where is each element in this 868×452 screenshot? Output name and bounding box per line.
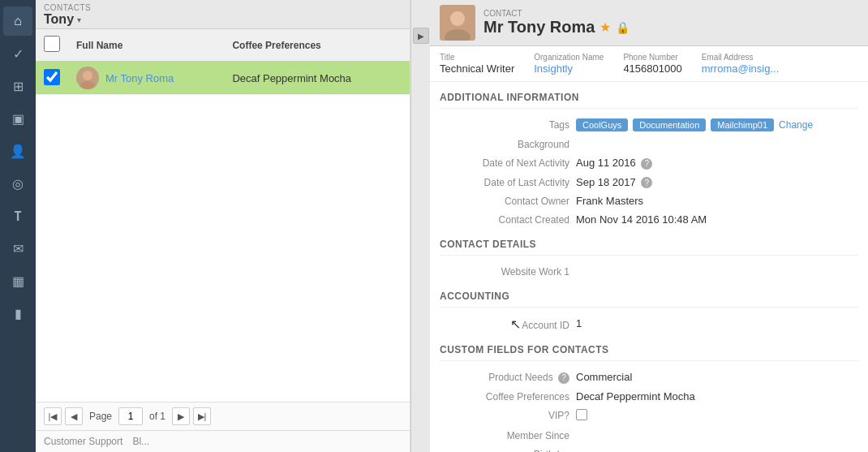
lock-icon: 🔒 bbox=[616, 21, 630, 34]
detail-header-info: CONTACT Mr Tony Roma ★ 🔒 bbox=[483, 9, 630, 37]
avatar-image bbox=[76, 67, 99, 89]
product-needs-label: Product Needs ? bbox=[440, 371, 569, 384]
nav-tasks[interactable]: ✓ bbox=[3, 39, 32, 68]
contact-name: Mr Tony Roma bbox=[483, 18, 595, 37]
vip-checkbox-visual[interactable] bbox=[576, 409, 587, 420]
contact-created-value: Mon Nov 14 2016 10:48 AM bbox=[576, 213, 858, 226]
additional-info-section: ADDITIONAL INFORMATION bbox=[440, 82, 858, 109]
nav-projects[interactable]: T bbox=[3, 201, 32, 230]
check-icon: ✓ bbox=[13, 46, 24, 62]
first-page-btn[interactable]: |◀ bbox=[44, 407, 62, 425]
nav-calendar[interactable]: ▦ bbox=[3, 266, 32, 295]
date-last-help-icon[interactable]: ? bbox=[641, 177, 652, 188]
page-number-input[interactable] bbox=[118, 407, 143, 425]
info-phone: Phone Number 4156801000 bbox=[623, 53, 681, 75]
date-last-label: Date of Last Activity bbox=[440, 176, 569, 188]
info-org: Organization Name Insightly bbox=[534, 53, 604, 75]
email-label: Email Address bbox=[702, 53, 780, 62]
product-needs-help-icon[interactable]: ? bbox=[558, 372, 569, 384]
detail-content: ADDITIONAL INFORMATION Tags CoolGuys Doc… bbox=[430, 82, 868, 452]
contact-avatar-image bbox=[440, 5, 475, 41]
member-since-row: Member Since bbox=[440, 426, 858, 445]
expand-col: ▶ bbox=[410, 0, 430, 452]
col-checkbox bbox=[36, 29, 68, 62]
nav-home[interactable]: ⌂ bbox=[3, 6, 32, 36]
email-value[interactable]: mrroma@insig... bbox=[702, 62, 780, 75]
nav-reports[interactable]: ▮ bbox=[3, 299, 32, 328]
home-icon: ⌂ bbox=[14, 14, 22, 28]
website-label: Website Work 1 bbox=[440, 265, 569, 278]
avatar bbox=[76, 67, 99, 89]
tag-mailchimp01[interactable]: Mailchimp01 bbox=[711, 118, 774, 131]
contacts-header: CONTACTS Tony ▾ bbox=[36, 0, 410, 29]
left-nav: ⌂ ✓ ⊞ ▣ 👤 ◎ T ✉ ▦ ▮ bbox=[0, 0, 36, 452]
table-row[interactable]: Mr Tony Roma Decaf Peppermint Mocha bbox=[36, 62, 410, 95]
star-icon[interactable]: ★ bbox=[599, 19, 611, 35]
main-area: CONTACTS Tony ▾ Full Name bbox=[36, 0, 868, 452]
contacts-panel: CONTACTS Tony ▾ Full Name bbox=[36, 0, 410, 452]
select-all-checkbox[interactable] bbox=[44, 36, 60, 52]
row-checkbox[interactable] bbox=[44, 69, 60, 85]
nav-contacts[interactable]: ⊞ bbox=[3, 71, 32, 101]
contacts-dropdown-arrow[interactable]: ▾ bbox=[77, 15, 81, 24]
background-label: Background bbox=[440, 138, 569, 150]
footer-links: Customer Support Bl... bbox=[36, 430, 410, 452]
account-id-row: ↖ Account ID 1 bbox=[440, 314, 858, 334]
account-id-value: 1 bbox=[576, 317, 858, 329]
contact-owner-label: Contact Owner bbox=[440, 195, 569, 207]
col-full-name[interactable]: Full Name bbox=[68, 29, 224, 62]
contact-created-row: Contact Created Mon Nov 14 2016 10:48 AM bbox=[440, 210, 858, 229]
svg-point-1 bbox=[79, 81, 96, 89]
next-page-btn[interactable]: ▶ bbox=[172, 407, 190, 425]
nav-organizations[interactable]: ▣ bbox=[3, 104, 32, 133]
date-next-value: Aug 11 2016 ? bbox=[576, 157, 858, 170]
table-header: Full Name Coffee Preferences bbox=[36, 29, 410, 62]
svg-point-3 bbox=[450, 11, 465, 26]
contacts-section-label: CONTACTS bbox=[44, 3, 402, 12]
contact-avatar bbox=[440, 5, 475, 41]
calendar-icon: ▦ bbox=[12, 273, 24, 289]
phone-label: Phone Number bbox=[623, 53, 681, 62]
customer-support-link[interactable]: Customer Support bbox=[44, 436, 122, 447]
date-next-row: Date of Next Activity Aug 11 2016 ? bbox=[440, 153, 858, 173]
of-label: of 1 bbox=[149, 411, 165, 422]
info-title: Title Technical Writer bbox=[440, 53, 514, 75]
prev-page-btn[interactable]: ◀ bbox=[65, 407, 83, 425]
building-icon: ▣ bbox=[12, 111, 24, 127]
last-page-btn[interactable]: ▶| bbox=[193, 407, 211, 425]
member-since-label: Member Since bbox=[440, 429, 569, 441]
row-name: Mr Tony Roma bbox=[105, 72, 174, 84]
col-coffee-prefs[interactable]: Coffee Preferences bbox=[224, 29, 410, 62]
website-row: Website Work 1 bbox=[440, 262, 858, 281]
date-last-value: Sep 18 2017 ? bbox=[576, 176, 858, 189]
pagination: |◀ ◀ Page of 1 ▶ ▶| bbox=[36, 402, 410, 430]
nav-people[interactable]: 👤 bbox=[3, 136, 32, 166]
org-label: Organization Name bbox=[534, 53, 604, 62]
target-icon: ◎ bbox=[12, 176, 24, 192]
vip-checkbox bbox=[576, 409, 858, 423]
tags-container: CoolGuys Documentation Mailchimp01 Chang… bbox=[576, 118, 858, 131]
nav-email[interactable]: ✉ bbox=[3, 234, 32, 263]
expand-button[interactable]: ▶ bbox=[413, 28, 429, 44]
account-id-label: ↖ Account ID bbox=[440, 317, 569, 331]
change-tags-link[interactable]: Change bbox=[779, 119, 813, 131]
phone-value: 4156801000 bbox=[623, 62, 681, 75]
detail-header: CONTACT Mr Tony Roma ★ 🔒 bbox=[430, 0, 868, 46]
row-coffee-prefs: Decaf Peppermint Mocha bbox=[224, 62, 410, 95]
tags-row: Tags CoolGuys Documentation Mailchimp01 … bbox=[440, 115, 858, 135]
background-row: Background bbox=[440, 135, 858, 153]
date-next-help-icon[interactable]: ? bbox=[641, 158, 652, 170]
avatar-cell: Mr Tony Roma bbox=[76, 67, 216, 89]
nav-opportunities[interactable]: ◎ bbox=[3, 169, 32, 198]
tag-coolguys[interactable]: CoolGuys bbox=[576, 118, 628, 131]
info-email: Email Address mrroma@insig... bbox=[702, 53, 780, 75]
blog-link[interactable]: Bl... bbox=[132, 436, 149, 447]
tag-documentation[interactable]: Documentation bbox=[633, 118, 706, 131]
chart-icon: ▮ bbox=[15, 306, 22, 321]
contacts-title-row: Tony ▾ bbox=[44, 12, 402, 27]
title-value: Technical Writer bbox=[440, 62, 514, 75]
row-full-name-cell: Mr Tony Roma bbox=[68, 62, 224, 95]
vip-label: VIP? bbox=[440, 409, 569, 421]
row-checkbox-cell bbox=[36, 62, 68, 95]
org-value[interactable]: Insightly bbox=[534, 62, 604, 75]
